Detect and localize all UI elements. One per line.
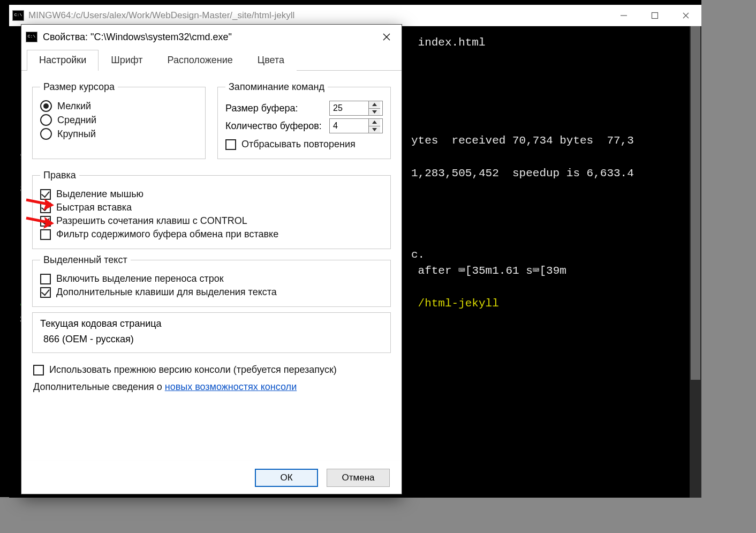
properties-dialog: Свойства: "C:\Windows\system32\cmd.exe" … xyxy=(21,24,402,494)
new-console-features-link[interactable]: новых возможностях консоли xyxy=(165,381,297,392)
checkbox-label: Фильтр содержимого буфера обмена при вст… xyxy=(56,229,278,240)
checkbox-icon xyxy=(40,202,51,213)
tab-settings-page: Размер курсора Мелкий Средний Крупный За… xyxy=(21,71,402,461)
history-legend: Запоминание команд xyxy=(225,81,328,93)
svg-rect-0 xyxy=(652,12,658,18)
radio-label: Крупный xyxy=(57,129,96,140)
filter-clipboard-checkbox[interactable]: Фильтр содержимого буфера обмена при вст… xyxy=(40,229,383,240)
dialog-close-button[interactable] xyxy=(372,25,402,49)
tab-settings[interactable]: Настройки xyxy=(27,50,99,71)
checkbox-label: Выделение мышью xyxy=(56,189,143,200)
tab-colors[interactable]: Цвета xyxy=(245,50,297,71)
cmd-titlebar[interactable]: MINGW64:/c/Users/alex/Work/WebDesign-Mas… xyxy=(9,5,701,26)
cursor-small-radio[interactable]: Мелкий xyxy=(40,100,198,112)
radio-label: Мелкий xyxy=(57,101,91,112)
discard-dupes-checkbox[interactable]: Отбрасывать повторения xyxy=(225,139,383,150)
checkbox-icon xyxy=(40,189,51,200)
cursor-size-legend: Размер курсора xyxy=(40,81,118,93)
close-button[interactable] xyxy=(670,5,701,26)
selection-legend: Выделенный текст xyxy=(40,254,131,266)
dialog-title: Свойства: "C:\Windows\system32\cmd.exe" xyxy=(43,32,372,43)
extended-keys-checkbox[interactable]: Дополнительные клавиши для выделения тек… xyxy=(40,287,383,298)
line-wrap-select-checkbox[interactable]: Включить выделение переноса строк xyxy=(40,273,383,284)
dialog-tabbar: Настройки Шрифт Расположение Цвета xyxy=(21,49,402,71)
cmd-icon xyxy=(12,10,24,21)
checkbox-icon xyxy=(33,365,44,376)
mouse-select-checkbox[interactable]: Выделение мышью xyxy=(40,189,383,200)
radio-icon xyxy=(40,100,52,112)
console-scrollbar[interactable] xyxy=(690,26,701,498)
spinner-down-icon[interactable] xyxy=(369,126,380,133)
num-buffers-spinner[interactable] xyxy=(329,118,383,133)
checkbox-label: Отбрасывать повторения xyxy=(241,139,356,150)
maximize-button[interactable] xyxy=(639,5,670,26)
spinner-up-icon[interactable] xyxy=(369,101,380,109)
legacy-console-checkbox[interactable]: Использовать прежнюю версию консоли (тре… xyxy=(33,363,390,377)
quick-paste-checkbox[interactable]: Быстрая вставка xyxy=(40,202,383,213)
scrollbar-thumb[interactable] xyxy=(691,26,700,380)
ok-button[interactable]: ОК xyxy=(255,469,318,487)
checkbox-label: Использовать прежнюю версию консоли (тре… xyxy=(49,363,337,377)
checkbox-label: Быстрая вставка xyxy=(56,202,132,213)
radio-label: Средний xyxy=(57,115,96,126)
buffer-size-label: Размер буфера: xyxy=(225,103,298,114)
cmd-icon xyxy=(26,32,37,42)
cancel-button[interactable]: Отмена xyxy=(327,469,390,487)
num-buffers-input[interactable] xyxy=(330,119,368,133)
checkbox-label: Дополнительные клавиши для выделения тек… xyxy=(56,287,277,298)
cmd-window-title: MINGW64:/c/Users/alex/Work/WebDesign-Mas… xyxy=(28,10,608,21)
spinner-down-icon[interactable] xyxy=(369,109,380,116)
cursor-size-group: Размер курсора Мелкий Средний Крупный xyxy=(32,81,206,159)
minimize-button[interactable] xyxy=(608,5,639,26)
buffer-size-input[interactable] xyxy=(330,101,368,115)
checkbox-label: Включить выделение переноса строк xyxy=(56,273,224,284)
codepage-value: 866 (OEM - русская) xyxy=(40,334,383,345)
checkbox-icon xyxy=(40,229,51,240)
command-history-group: Запоминание команд Размер буфера: Количе… xyxy=(217,81,391,159)
legacy-info-text: Дополнительные сведения о новых возможно… xyxy=(33,380,390,394)
tab-font[interactable]: Шрифт xyxy=(99,50,155,71)
edit-legend: Правка xyxy=(40,170,79,181)
num-buffers-label: Количество буферов: xyxy=(225,121,322,132)
text-selection-group: Выделенный текст Включить выделение пере… xyxy=(32,254,391,307)
edit-options-group: Правка Выделение мышью Быстрая вставка Р… xyxy=(32,170,391,249)
checkbox-label: Разрешить сочетания клавиш с CONTROL xyxy=(56,215,247,227)
cursor-large-radio[interactable]: Крупный xyxy=(40,128,198,140)
buffer-size-spinner[interactable] xyxy=(329,101,383,116)
dialog-button-row: ОК Отмена xyxy=(21,461,402,494)
codepage-group: Текущая кодовая страница 866 (OEM - русс… xyxy=(32,312,391,353)
radio-icon xyxy=(40,114,52,126)
radio-icon xyxy=(40,128,52,140)
dialog-titlebar[interactable]: Свойства: "C:\Windows\system32\cmd.exe" xyxy=(21,25,402,49)
codepage-label: Текущая кодовая страница xyxy=(40,318,383,329)
checkbox-icon xyxy=(40,216,51,227)
checkbox-icon xyxy=(225,139,236,150)
tab-layout[interactable]: Расположение xyxy=(155,50,245,71)
ctrl-keys-checkbox[interactable]: Разрешить сочетания клавиш с CONTROL xyxy=(40,215,383,227)
cursor-medium-radio[interactable]: Средний xyxy=(40,114,198,126)
checkbox-icon xyxy=(40,287,51,298)
checkbox-icon xyxy=(40,274,51,284)
spinner-up-icon[interactable] xyxy=(369,119,380,126)
